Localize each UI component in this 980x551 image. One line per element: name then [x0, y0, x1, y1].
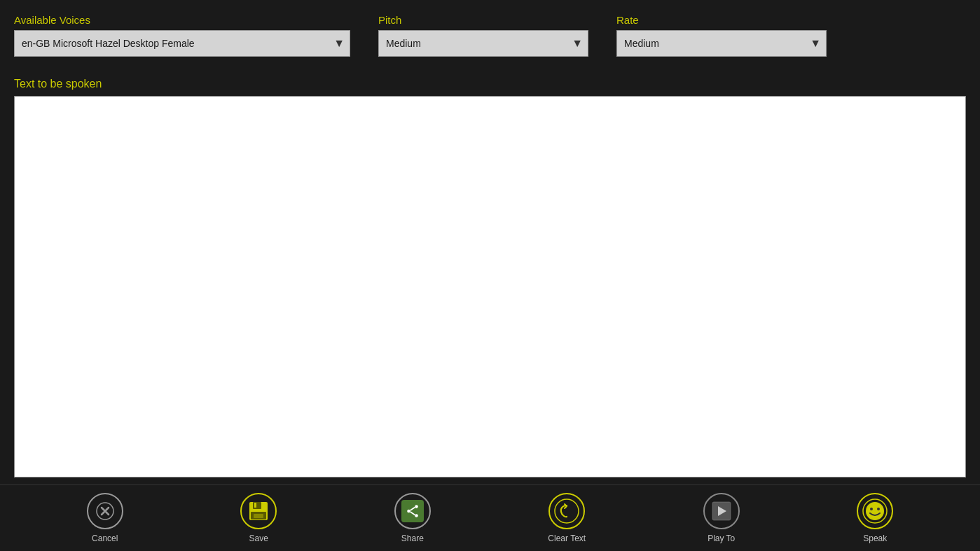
controls-row: Available Voices en-GB Microsoft Hazel D… — [14, 14, 966, 57]
svg-point-10 — [415, 514, 418, 517]
share-label: Share — [401, 533, 424, 543]
playto-icon-circle — [703, 493, 740, 529]
clear-text-icon — [554, 498, 579, 524]
speak-button[interactable]: Speak — [857, 493, 893, 543]
svg-point-9 — [407, 510, 410, 513]
save-label: Save — [249, 533, 268, 543]
rate-label: Rate — [616, 14, 827, 26]
svg-point-19 — [877, 508, 880, 510]
svg-point-8 — [415, 505, 418, 508]
rate-select[interactable]: X-Slow Slow Medium Fast X-Fast — [616, 30, 827, 57]
share-bg — [401, 500, 424, 522]
cancel-icon-circle — [87, 493, 123, 529]
svg-rect-5 — [254, 503, 256, 508]
text-label: Text to be spoken — [14, 78, 966, 90]
save-disk-icon — [247, 500, 270, 522]
share-button[interactable]: Share — [394, 493, 431, 543]
voices-select[interactable]: en-GB Microsoft Hazel Desktop Female en-… — [14, 30, 350, 57]
play-to-label: Play To — [708, 533, 735, 543]
speak-smiley-icon — [862, 498, 888, 524]
bottom-bar: Cancel Save — [0, 484, 980, 551]
svg-point-17 — [866, 502, 884, 520]
svg-line-12 — [410, 512, 415, 515]
voices-group: Available Voices en-GB Microsoft Hazel D… — [14, 14, 350, 57]
text-section: Text to be spoken — [14, 78, 966, 477]
clear-text-button[interactable]: Clear Text — [548, 493, 586, 543]
speak-icon-circle — [857, 493, 893, 529]
cancel-label: Cancel — [92, 533, 118, 543]
clear-text-label: Clear Text — [548, 533, 586, 543]
play-to-icon — [711, 501, 732, 522]
share-arrows-icon — [405, 503, 420, 519]
share-icon-circle — [394, 493, 431, 529]
play-to-button[interactable]: Play To — [703, 493, 740, 543]
cancel-button[interactable]: Cancel — [87, 493, 123, 543]
save-icon-circle — [240, 493, 277, 529]
rate-group: Rate X-Slow Slow Medium Fast X-Fast ▼ — [616, 14, 827, 57]
voices-label: Available Voices — [14, 14, 350, 26]
svg-rect-4 — [253, 502, 261, 509]
main-content: Available Voices en-GB Microsoft Hazel D… — [0, 0, 980, 484]
svg-line-11 — [410, 508, 415, 510]
svg-point-18 — [870, 508, 873, 510]
pitch-dropdown-wrapper: X-Low Low Medium High X-High ▼ — [378, 30, 588, 57]
pitch-group: Pitch X-Low Low Medium High X-High ▼ — [378, 14, 588, 57]
svg-rect-7 — [254, 514, 263, 518]
rate-dropdown-wrapper: X-Slow Slow Medium Fast X-Fast ▼ — [616, 30, 827, 57]
cancel-x-icon — [96, 502, 114, 520]
pitch-select[interactable]: X-Low Low Medium High X-High — [378, 30, 588, 57]
pitch-label: Pitch — [378, 14, 588, 26]
clear-icon-circle — [548, 493, 585, 529]
speak-label: Speak — [863, 533, 887, 543]
voices-dropdown-wrapper: en-GB Microsoft Hazel Desktop Female en-… — [14, 30, 350, 57]
text-input[interactable] — [14, 96, 966, 477]
save-button[interactable]: Save — [240, 493, 277, 543]
svg-point-13 — [555, 499, 579, 523]
